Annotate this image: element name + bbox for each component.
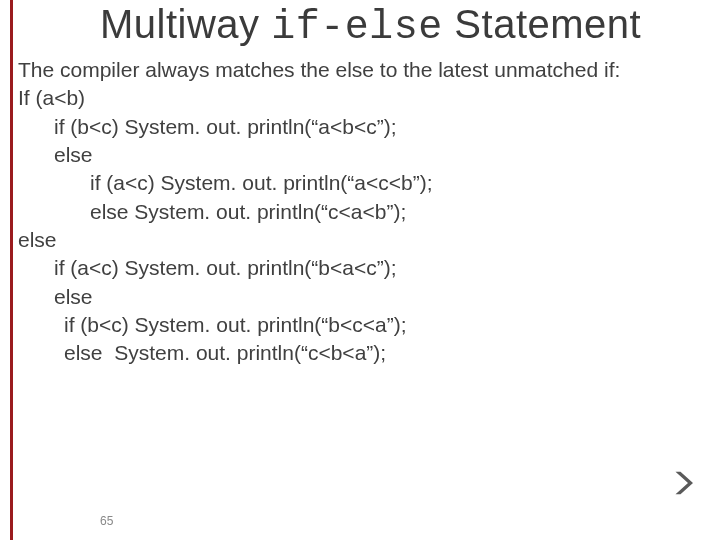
title-post: Statement <box>443 2 641 46</box>
body-line: The compiler always matches the else to … <box>18 56 710 84</box>
body-line: else <box>18 226 710 254</box>
slide-body: The compiler always matches the else to … <box>18 56 710 368</box>
body-line: if (a<c) System. out. println(“b<a<c”); <box>18 254 710 282</box>
body-line: if (b<c) System. out. println(“b<c<a”); <box>18 311 710 339</box>
body-line: else <box>18 141 710 169</box>
body-line: else System. out. println(“c<a<b”); <box>18 198 710 226</box>
page-number: 65 <box>100 514 113 528</box>
slide-title: Multiway if-else Statement <box>100 2 710 50</box>
accent-rule <box>10 0 13 540</box>
chevron-right-icon <box>668 468 698 498</box>
title-pre: Multiway <box>100 2 271 46</box>
body-line: if (a<c) System. out. println(“a<c<b”); <box>18 169 710 197</box>
body-line: else System. out. println(“c<b<a”); <box>18 339 710 367</box>
slide: Multiway if-else Statement The compiler … <box>0 0 720 540</box>
body-line: else <box>18 283 710 311</box>
body-line: if (b<c) System. out. println(“a<b<c”); <box>18 113 710 141</box>
title-mono: if-else <box>271 5 443 50</box>
body-line: If (a<b) <box>18 84 710 112</box>
